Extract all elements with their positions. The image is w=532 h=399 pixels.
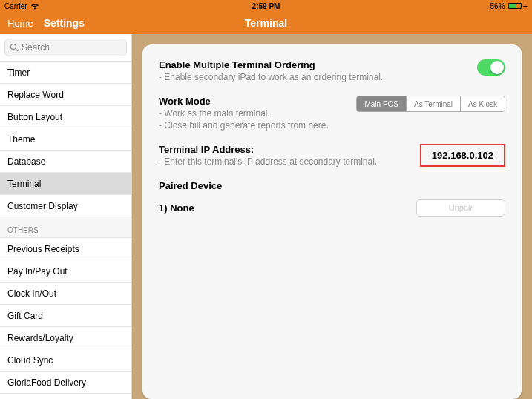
sidebar-item-gloriafood-delivery[interactable]: GloriaFood Delivery	[0, 372, 131, 394]
sidebar-item-button-layout[interactable]: Button Layout	[0, 106, 131, 128]
battery-label: 56%	[490, 2, 505, 10]
ip-address-value: 192.168.0.102	[420, 144, 505, 167]
enable-ordering-sub: - Enable secondary iPad to work as an or…	[159, 72, 477, 82]
home-button[interactable]: Home	[7, 18, 33, 29]
sidebar-item-pay-in-pay-out[interactable]: Pay In/Pay Out	[0, 260, 131, 283]
sidebar-item-previous-receipts[interactable]: Previous Receipts	[0, 238, 131, 260]
sidebar: TimerReplace WordButton LayoutThemeDatab…	[0, 34, 132, 399]
workmode-segment[interactable]: Main POS As Terminal As Kiosk	[356, 96, 505, 112]
workmode-sub2: - Close bill and generate reports from h…	[159, 120, 356, 131]
workmode-title: Work Mode	[159, 96, 356, 107]
sidebar-item-database[interactable]: Database	[0, 151, 131, 173]
paired-device-title: Paired Device	[159, 180, 505, 191]
battery-icon	[508, 3, 522, 9]
settings-card: Enable Multiple Terminal Ordering - Enab…	[142, 44, 522, 399]
unpair-button[interactable]: Unpair	[416, 199, 505, 217]
content-area: Enable Multiple Terminal Ordering - Enab…	[132, 34, 532, 399]
charging-icon: +	[523, 1, 528, 10]
sidebar-item-terminal[interactable]: Terminal	[0, 173, 131, 195]
sidebar-item-replace-word[interactable]: Replace Word	[0, 84, 131, 106]
sidebar-item-clock-in-out[interactable]: Clock In/Out	[0, 283, 131, 305]
nav-bar: Home Settings Terminal	[0, 12, 532, 34]
sidebar-item-timer[interactable]: Timer	[0, 62, 131, 84]
search-field[interactable]	[22, 42, 122, 53]
enable-ordering-toggle[interactable]	[477, 59, 505, 76]
seg-as-terminal[interactable]: As Terminal	[407, 96, 461, 111]
settings-title: Settings	[44, 17, 85, 29]
sidebar-item-customer-display[interactable]: Customer Display	[0, 195, 131, 217]
sidebar-item-gift-card[interactable]: Gift Card	[0, 305, 131, 327]
carrier-label: Carrier	[4, 2, 27, 10]
enable-ordering-title: Enable Multiple Terminal Ordering	[159, 59, 477, 70]
status-bar: Carrier 2:59 PM 56% +	[0, 0, 532, 12]
svg-line-1	[16, 49, 18, 51]
ip-sub: - Enter this terminal's IP address at se…	[159, 156, 420, 167]
sidebar-item-cloud-sync[interactable]: Cloud Sync	[0, 349, 131, 372]
ip-title: Terminal IP Address:	[159, 144, 420, 155]
search-input[interactable]	[4, 39, 127, 56]
paired-device-item: 1) None	[159, 202, 194, 214]
sidebar-item-theme[interactable]: Theme	[0, 128, 131, 151]
seg-as-kiosk[interactable]: As Kiosk	[461, 96, 505, 111]
seg-main-pos[interactable]: Main POS	[357, 96, 407, 111]
workmode-sub1: - Work as the main terminal.	[159, 108, 356, 119]
svg-point-0	[11, 44, 16, 50]
wifi-icon	[30, 3, 39, 10]
search-icon	[10, 43, 19, 52]
sidebar-item-rewards-loyalty[interactable]: Rewards/Loyalty	[0, 327, 131, 349]
sidebar-section-others: OTHERS	[0, 217, 131, 238]
clock-label: 2:59 PM	[179, 2, 353, 10]
